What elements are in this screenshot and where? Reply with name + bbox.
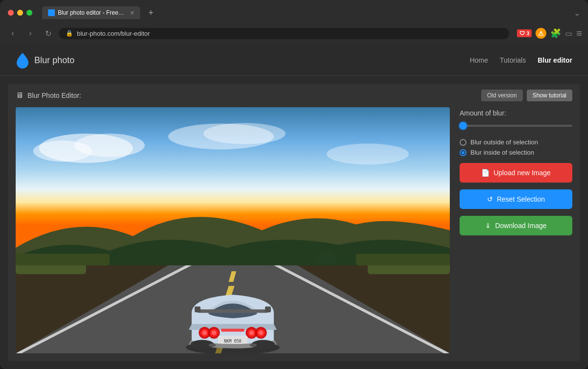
- lock-icon: 🔒: [66, 30, 73, 37]
- svg-point-36: [250, 344, 257, 347]
- radio-outside-label: Blur outside of selection: [470, 138, 538, 146]
- app-nav-links: Home Tutorials Blur editor: [470, 56, 572, 64]
- new-tab-button[interactable]: +: [144, 6, 158, 20]
- old-version-button[interactable]: Old version: [481, 90, 523, 101]
- traffic-lights: [8, 10, 32, 16]
- svg-text:NKM 050: NKM 050: [224, 339, 241, 344]
- svg-rect-16: [195, 306, 200, 312]
- upload-icon: 📄: [481, 169, 490, 177]
- close-button[interactable]: [8, 10, 14, 16]
- svg-point-35: [209, 344, 216, 347]
- nav-home[interactable]: Home: [470, 56, 488, 64]
- editor-header: 🖥 Blur Photo Editor: Old version Show tu…: [8, 84, 580, 107]
- extensions-icon[interactable]: 🧩: [550, 28, 561, 39]
- tab-bar: Blur photo editor - Free online × +: [42, 6, 568, 20]
- blur-slider-container[interactable]: [460, 123, 572, 131]
- blur-mode-radio-group: Blur outside of selection Blur inside of…: [460, 138, 572, 156]
- svg-point-5: [33, 140, 92, 161]
- reset-selection-button[interactable]: ↺ Reset Selection: [460, 189, 572, 209]
- editor-panel: 🖥 Blur Photo Editor: Old version Show tu…: [8, 84, 580, 361]
- svg-rect-30: [221, 329, 245, 332]
- svg-rect-15: [197, 309, 268, 313]
- editor-header-buttons: Old version Show tutorial: [481, 90, 572, 101]
- download-icon: ⇓: [485, 222, 491, 230]
- url-text: blur-photo.com/blur-editor: [77, 30, 502, 37]
- logo-area: Blur photo: [16, 52, 74, 69]
- download-image-button[interactable]: ⇓ Download Image: [460, 216, 572, 235]
- download-label: Download Image: [495, 222, 546, 230]
- svg-point-7: [203, 123, 286, 144]
- svg-point-20: [202, 330, 207, 335]
- editor-title-text: Blur Photo Editor:: [27, 92, 81, 99]
- warning-icon[interactable]: ⚠: [536, 28, 546, 39]
- maximize-button[interactable]: [26, 10, 32, 16]
- svg-rect-17: [265, 306, 271, 312]
- svg-rect-11: [16, 254, 110, 265]
- blur-section: Amount of blur:: [460, 109, 572, 132]
- svg-point-8: [327, 143, 409, 164]
- forward-button[interactable]: ›: [24, 26, 37, 40]
- back-button[interactable]: ‹: [6, 26, 20, 40]
- app-header: Blur photo Home Tutorials Blur editor: [0, 45, 588, 76]
- tab-title: Blur photo editor - Free online: [58, 9, 125, 16]
- logo-icon: [16, 52, 29, 69]
- browser-chrome: Blur photo editor - Free online × + ⌄ ‹ …: [0, 0, 588, 45]
- tab-close-icon[interactable]: ×: [130, 9, 134, 16]
- upload-label: Upload new Image: [493, 169, 551, 177]
- address-bar[interactable]: 🔒 blur-photo.com/blur-editor: [59, 28, 509, 39]
- hamburger-menu-icon[interactable]: ≡: [576, 28, 582, 39]
- nav-blur-editor[interactable]: Blur editor: [538, 56, 572, 64]
- browser-window: Blur photo editor - Free online × + ⌄ ‹ …: [0, 0, 588, 369]
- editor-content: NKM 050: [8, 107, 580, 361]
- radio-inside-label: Blur inside of selection: [470, 149, 534, 156]
- svg-point-23: [212, 330, 217, 335]
- radio-inside-circle: [460, 149, 466, 156]
- minimize-button[interactable]: [17, 10, 23, 16]
- reset-icon: ↺: [487, 195, 493, 203]
- right-sidebar: Amount of blur: Blu: [460, 107, 572, 353]
- svg-point-29: [259, 330, 264, 335]
- upload-image-button[interactable]: 📄 Upload new Image: [460, 163, 572, 183]
- car-scene-svg: NKM 050: [16, 107, 450, 353]
- reset-label: Reset Selection: [497, 195, 545, 203]
- show-tutorial-button[interactable]: Show tutorial: [527, 90, 572, 101]
- browser-extensions: 🛡 3 ⚠ 🧩 ▭ ≡: [517, 28, 582, 39]
- blur-label: Amount of blur:: [460, 109, 572, 117]
- nav-tutorials[interactable]: Tutorials: [500, 56, 526, 64]
- svg-point-26: [249, 330, 254, 335]
- radio-blur-outside[interactable]: Blur outside of selection: [460, 138, 572, 146]
- reload-button[interactable]: ↻: [41, 26, 55, 40]
- active-tab[interactable]: Blur photo editor - Free online ×: [42, 6, 140, 19]
- logo-text: Blur photo: [34, 55, 74, 66]
- svg-rect-13: [356, 254, 450, 265]
- editor-icon: 🖥: [16, 91, 24, 100]
- shield-count: 3: [527, 31, 530, 36]
- sidebar-toggle-icon[interactable]: ▭: [565, 29, 572, 38]
- browser-menu-icon[interactable]: ⌄: [574, 8, 580, 18]
- brave-shield[interactable]: 🛡 3: [517, 29, 532, 37]
- radio-outside-circle: [460, 139, 466, 146]
- editor-title-area: 🖥 Blur Photo Editor:: [16, 91, 81, 100]
- shield-label: 🛡: [519, 30, 525, 36]
- app-container: Blur photo Home Tutorials Blur editor 🖥 …: [0, 45, 588, 369]
- nav-bar: ‹ › ↻ 🔒 blur-photo.com/blur-editor 🛡 3 ⚠…: [0, 23, 588, 45]
- tab-favicon: [48, 9, 55, 16]
- radio-blur-inside[interactable]: Blur inside of selection: [460, 149, 572, 156]
- image-area[interactable]: NKM 050: [16, 107, 450, 353]
